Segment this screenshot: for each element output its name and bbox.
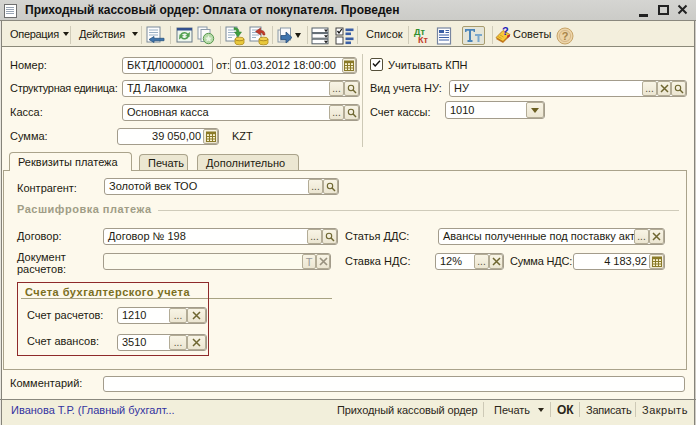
svg-text:?: ? xyxy=(562,30,569,42)
svg-text:?: ? xyxy=(502,26,509,37)
